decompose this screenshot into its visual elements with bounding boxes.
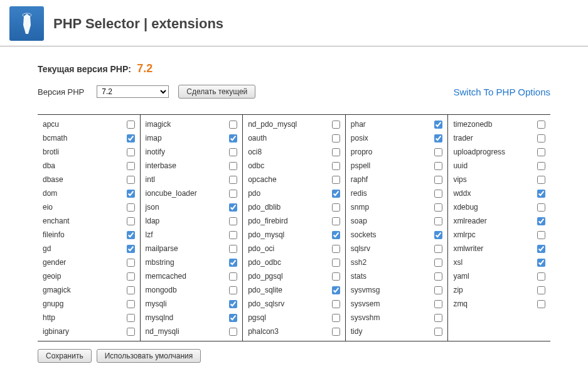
- extension-checkbox[interactable]: [434, 314, 442, 322]
- extension-checkbox[interactable]: [537, 259, 545, 267]
- extension-checkbox[interactable]: [127, 176, 135, 184]
- extension-label: nd_pdo_mysql: [248, 119, 297, 130]
- extension-checkbox[interactable]: [434, 148, 442, 156]
- extension-checkbox[interactable]: [127, 121, 135, 129]
- extension-checkbox[interactable]: [229, 162, 237, 170]
- extension-label: wddx: [453, 188, 471, 199]
- extension-checkbox[interactable]: [434, 217, 442, 225]
- extension-checkbox[interactable]: [537, 121, 545, 129]
- extension-checkbox[interactable]: [127, 231, 135, 239]
- extension-checkbox[interactable]: [332, 134, 340, 142]
- extension-checkbox[interactable]: [332, 314, 340, 322]
- extension-checkbox[interactable]: [332, 148, 340, 156]
- extension-label: redis: [351, 188, 367, 199]
- extension-item: enchant: [38, 214, 140, 228]
- extension-checkbox[interactable]: [229, 134, 237, 142]
- extension-checkbox[interactable]: [229, 121, 237, 129]
- extension-checkbox[interactable]: [537, 217, 545, 225]
- extension-checkbox[interactable]: [537, 190, 545, 198]
- extension-checkbox[interactable]: [332, 203, 340, 212]
- extension-item: phalcon3: [243, 325, 345, 338]
- extension-checkbox[interactable]: [537, 286, 545, 294]
- save-button[interactable]: Сохранить: [38, 349, 92, 363]
- extension-checkbox[interactable]: [332, 272, 340, 281]
- extension-checkbox[interactable]: [332, 217, 340, 225]
- extension-checkbox[interactable]: [434, 231, 442, 239]
- extension-checkbox[interactable]: [127, 286, 135, 294]
- extension-checkbox[interactable]: [332, 245, 340, 253]
- extension-checkbox[interactable]: [434, 176, 442, 184]
- extension-checkbox[interactable]: [229, 314, 237, 322]
- extension-checkbox[interactable]: [332, 162, 340, 170]
- extension-checkbox[interactable]: [434, 328, 442, 336]
- extension-checkbox[interactable]: [537, 162, 545, 170]
- extension-checkbox[interactable]: [434, 134, 442, 142]
- extension-checkbox[interactable]: [127, 314, 135, 322]
- extension-checkbox[interactable]: [332, 176, 340, 184]
- extension-item: nd_pdo_mysql: [243, 117, 345, 131]
- extension-item: ssh2: [346, 255, 448, 269]
- extension-checkbox[interactable]: [434, 121, 442, 129]
- extension-checkbox[interactable]: [434, 259, 442, 267]
- extension-checkbox[interactable]: [332, 286, 340, 294]
- extension-checkbox[interactable]: [332, 190, 340, 198]
- extension-checkbox[interactable]: [127, 162, 135, 170]
- extension-checkbox[interactable]: [332, 259, 340, 267]
- extension-checkbox[interactable]: [537, 148, 545, 156]
- extension-checkbox[interactable]: [229, 176, 237, 184]
- extension-checkbox[interactable]: [127, 203, 135, 212]
- extension-label: tidy: [351, 326, 363, 337]
- extension-checkbox[interactable]: [229, 245, 237, 253]
- set-current-button[interactable]: Сделать текущей: [178, 85, 255, 99]
- extension-checkbox[interactable]: [332, 328, 340, 336]
- extension-checkbox[interactable]: [332, 300, 340, 308]
- extension-item: stats: [346, 269, 448, 283]
- extension-checkbox[interactable]: [229, 286, 237, 294]
- extension-checkbox[interactable]: [434, 203, 442, 212]
- extension-item: memcached: [141, 269, 243, 283]
- extension-checkbox[interactable]: [229, 217, 237, 225]
- extension-checkbox[interactable]: [434, 286, 442, 294]
- extension-checkbox[interactable]: [537, 231, 545, 239]
- extension-checkbox[interactable]: [229, 190, 237, 198]
- extension-label: uuid: [453, 160, 468, 171]
- extension-checkbox[interactable]: [127, 300, 135, 308]
- extension-checkbox[interactable]: [434, 190, 442, 198]
- extension-checkbox[interactable]: [127, 245, 135, 253]
- extension-checkbox[interactable]: [537, 176, 545, 184]
- extension-checkbox[interactable]: [229, 231, 237, 239]
- extension-checkbox[interactable]: [537, 134, 545, 142]
- extension-item: ioncube_loader: [141, 186, 243, 200]
- extension-checkbox[interactable]: [127, 272, 135, 281]
- extension-label: ioncube_loader: [146, 188, 197, 199]
- extension-checkbox[interactable]: [434, 272, 442, 281]
- extension-checkbox[interactable]: [332, 121, 340, 129]
- extension-checkbox[interactable]: [229, 272, 237, 281]
- extension-checkbox[interactable]: [434, 300, 442, 308]
- extension-checkbox[interactable]: [229, 203, 237, 212]
- extension-checkbox[interactable]: [229, 328, 237, 336]
- extension-item: oci8: [243, 145, 345, 159]
- extension-label: posix: [351, 132, 368, 144]
- extension-checkbox[interactable]: [127, 217, 135, 225]
- extension-checkbox[interactable]: [537, 300, 545, 308]
- version-select[interactable]: 7.2: [97, 85, 169, 98]
- extension-checkbox[interactable]: [127, 259, 135, 267]
- reset-button[interactable]: Использовать умолчания: [97, 349, 201, 363]
- extension-checkbox[interactable]: [127, 328, 135, 336]
- extension-checkbox[interactable]: [229, 259, 237, 267]
- extension-checkbox[interactable]: [229, 300, 237, 308]
- extension-item: imap: [141, 131, 243, 145]
- extension-checkbox[interactable]: [537, 245, 545, 253]
- extension-checkbox[interactable]: [127, 134, 135, 142]
- extension-checkbox[interactable]: [434, 245, 442, 253]
- extension-checkbox[interactable]: [434, 162, 442, 170]
- extension-checkbox[interactable]: [229, 148, 237, 156]
- extension-item: propro: [346, 145, 448, 159]
- extension-checkbox[interactable]: [537, 272, 545, 281]
- extension-checkbox[interactable]: [127, 148, 135, 156]
- extension-checkbox[interactable]: [332, 231, 340, 239]
- extension-checkbox[interactable]: [127, 190, 135, 198]
- switch-options-link[interactable]: Switch To PHP Options: [453, 87, 550, 97]
- extension-checkbox[interactable]: [537, 203, 545, 212]
